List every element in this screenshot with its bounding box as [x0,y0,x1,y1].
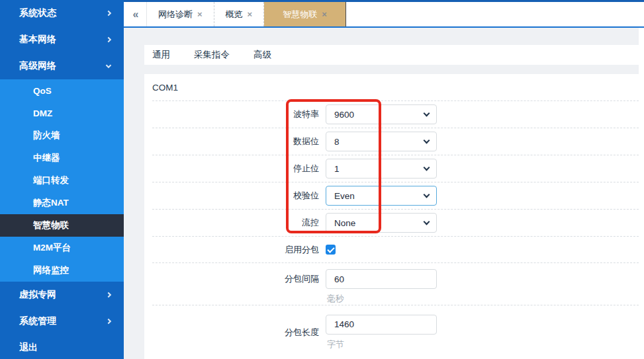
tab-smart-iot[interactable]: 智慧物联 × [264,2,346,26]
chevron-down-icon [424,192,430,198]
sub-item-label: 网络监控 [33,264,69,276]
sidebar-item-static-nat[interactable]: 静态NAT [0,192,124,214]
sidebar-item-repeater[interactable]: 中继器 [0,147,124,169]
sub-item-label: 智慧物联 [33,219,69,231]
close-icon[interactable]: × [248,9,253,19]
field-label: 启用分包 [152,244,319,256]
sidebar-item-vpn[interactable]: 虚拟专网 [0,282,124,308]
sidebar-item-port-forwarding[interactable]: 端口转发 [0,169,124,192]
unit-label: 字节 [326,339,437,350]
tab-collect-commands[interactable]: 采集指令 [194,49,230,61]
parity-select[interactable]: Even [326,186,437,206]
chevron-right-icon [106,11,111,16]
tab-general[interactable]: 通用 [152,49,170,61]
content-area: 通用 采集指令 高级 COM1 波特率 9600 [124,28,644,359]
section-title: COM1 [152,74,639,101]
main-area: « 网络诊断 × 概览 × 智慧物联 × 通用 采集指令 高级 [124,0,644,359]
sidebar: 系统状态 基本网络 高级网络 QoS DMZ 防火墙 中继器 端口 [0,0,124,359]
field-label: 停止位 [152,163,319,175]
sidebar-item-firewall[interactable]: 防火墙 [0,124,124,147]
chevron-down-icon [106,62,111,67]
field-label: 流控 [152,217,319,229]
form-row-packet-length: 分包长度 字节 [152,305,639,359]
select-value: 1 [334,164,340,174]
chevron-down-icon [424,165,430,171]
select-value: Even [334,191,355,201]
unit-label: 毫秒 [326,293,437,305]
select-value: 8 [334,137,340,147]
select-value: 9600 [334,110,354,120]
tab-label: 概览 [226,9,243,20]
tab-label: 网络诊断 [158,9,193,20]
stop-bits-select[interactable]: 1 [326,159,437,179]
form-row-flow-control: 流控 None [152,210,639,237]
tab-advanced[interactable]: 高级 [253,49,271,61]
sub-item-label: 中继器 [33,152,60,164]
form-row-data-bits: 数据位 8 [152,128,639,155]
packet-interval-input[interactable] [326,269,437,289]
sidebar-item-label: 高级网络 [19,60,56,72]
collapse-tabs-icon[interactable]: « [124,2,147,26]
sidebar-item-dmz[interactable]: DMZ [0,102,124,124]
field-label: 分包长度 [152,323,319,342]
tab-label: 智慧物联 [283,9,317,20]
chevron-down-icon [424,110,430,117]
com1-settings-panel: COM1 波特率 9600 数据位 8 [144,74,639,359]
data-bits-select[interactable]: 8 [326,132,437,151]
form-row-stop-bits: 停止位 1 [152,155,639,182]
sidebar-item-basic-network[interactable]: 基本网络 [0,26,124,53]
field-label: 波特率 [152,108,319,120]
enable-packet-checkbox[interactable] [326,245,336,255]
chevron-down-icon [424,138,430,144]
document-tabbar: « 网络诊断 × 概览 × 智慧物联 × [124,2,644,26]
field-label: 校验位 [152,190,319,202]
tab-overview[interactable]: 概览 × [214,2,265,26]
sidebar-item-label: 系统状态 [19,7,56,19]
form-row-baud-rate: 波特率 9600 [152,101,639,128]
settings-tabs: 通用 采集指令 高级 [144,45,639,65]
sidebar-item-system-status[interactable]: 系统状态 [0,0,124,26]
form-row-enable-packet: 启用分包 [152,237,639,263]
sidebar-item-label: 系统管理 [19,315,56,327]
sidebar-item-label: 退出 [19,342,38,354]
chevron-right-icon [106,319,111,324]
sub-item-label: DMZ [33,108,52,118]
packet-length-input[interactable] [326,315,437,335]
sidebar-item-qos[interactable]: QoS [0,79,124,102]
field-label: 分包间隔 [152,269,319,289]
sidebar-item-advanced-network[interactable]: 高级网络 [0,53,124,79]
field-label: 数据位 [152,136,319,147]
sidebar-item-logout[interactable]: 退出 [0,335,124,359]
chevron-down-icon [424,219,430,225]
app-window: 系统状态 基本网络 高级网络 QoS DMZ 防火墙 中继器 端口 [0,0,644,359]
sub-item-label: 静态NAT [33,197,69,209]
sub-item-label: QoS [33,86,52,96]
sidebar-item-network-monitor[interactable]: 网络监控 [0,259,124,282]
sidebar-item-label: 基本网络 [19,34,56,46]
select-value: None [334,218,355,228]
close-icon[interactable]: × [197,9,203,19]
form-row-packet-interval: 分包间隔 毫秒 [152,263,639,305]
sub-item-label: 防火墙 [33,130,60,141]
sidebar-item-system-management[interactable]: 系统管理 [0,308,124,335]
advanced-network-submenu: QoS DMZ 防火墙 中继器 端口转发 静态NAT 智慧物联 M2M平台 [0,79,124,282]
sub-item-label: 端口转发 [33,175,69,186]
sidebar-item-smart-iot[interactable]: 智慧物联 [0,214,124,237]
sidebar-item-label: 虚拟专网 [19,289,56,301]
flow-control-select[interactable]: None [326,213,437,233]
tab-network-diagnosis[interactable]: 网络诊断 × [147,2,214,26]
chevron-right-icon [106,37,111,42]
baud-rate-select[interactable]: 9600 [326,104,437,124]
sub-item-label: M2M平台 [33,242,71,254]
close-icon[interactable]: × [322,9,327,19]
chevron-right-icon [106,292,111,298]
sidebar-item-m2m-platform[interactable]: M2M平台 [0,237,124,259]
form-row-parity: 校验位 Even [152,182,639,210]
